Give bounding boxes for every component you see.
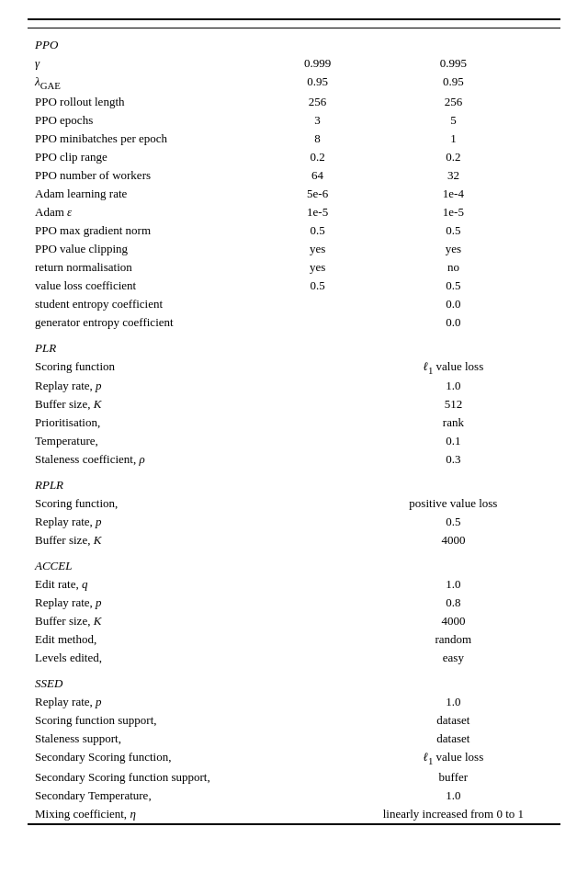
param-label: Buffer size, K bbox=[28, 612, 288, 630]
minigrid-value: rank bbox=[346, 413, 560, 432]
table-row: Temperature,0.1 bbox=[28, 432, 560, 450]
procgen-value: 0.5 bbox=[288, 221, 345, 240]
table-row: PPO minibatches per epoch81 bbox=[28, 130, 560, 148]
procgen-value: 0.2 bbox=[288, 148, 345, 166]
param-label: Scoring function support, bbox=[28, 711, 288, 730]
minigrid-value: 5 bbox=[346, 111, 560, 130]
param-label: Replay rate, p bbox=[28, 513, 288, 531]
minigrid-value: 512 bbox=[346, 395, 560, 413]
table-row: Replay rate, p1.0 bbox=[28, 693, 560, 711]
procgen-value bbox=[288, 357, 345, 378]
minigrid-value: 0.1 bbox=[346, 432, 560, 450]
minigrid-value: 1e-4 bbox=[346, 185, 560, 203]
table-row: Replay rate, p0.5 bbox=[28, 513, 560, 531]
procgen-value bbox=[288, 513, 345, 531]
param-label: PPO minibatches per epoch bbox=[28, 130, 288, 148]
procgen-value bbox=[288, 395, 345, 413]
minigrid-value: 0.8 bbox=[346, 594, 560, 612]
procgen-value bbox=[288, 450, 345, 469]
table-row: PPO rollout length256256 bbox=[28, 93, 560, 111]
param-label: Secondary Scoring function support, bbox=[28, 768, 288, 787]
procgen-value bbox=[288, 295, 345, 313]
param-label: Scoring function bbox=[28, 357, 288, 378]
procgen-value: yes bbox=[288, 258, 345, 277]
table-row: Buffer size, K4000 bbox=[28, 531, 560, 549]
minigrid-value: 0.995 bbox=[346, 54, 560, 73]
section-header-rplr: RPLR bbox=[28, 469, 560, 494]
header-parameter bbox=[28, 19, 288, 28]
param-label: generator entropy coefficient bbox=[28, 313, 288, 332]
param-label: Staleness coefficient, ρ bbox=[28, 450, 288, 469]
procgen-value bbox=[288, 711, 345, 730]
minigrid-value: 0.5 bbox=[346, 513, 560, 531]
table-row: student entropy coefficient0.0 bbox=[28, 295, 560, 313]
minigrid-value: dataset bbox=[346, 711, 560, 730]
minigrid-value: ℓ1 value loss bbox=[346, 748, 560, 768]
param-label: PPO max gradient norm bbox=[28, 221, 288, 240]
param-label: PPO epochs bbox=[28, 111, 288, 130]
minigrid-value: positive value loss bbox=[346, 494, 560, 513]
table-row: return normalisationyesno bbox=[28, 258, 560, 277]
param-label: return normalisation bbox=[28, 258, 288, 277]
table-row: value loss coefficient0.50.5 bbox=[28, 277, 560, 295]
table-row: Edit rate, q1.0 bbox=[28, 575, 560, 594]
minigrid-value: 256 bbox=[346, 93, 560, 111]
minigrid-value: 4000 bbox=[346, 531, 560, 549]
table-row: Scoring function support,dataset bbox=[28, 711, 560, 730]
minigrid-value: 1.0 bbox=[346, 787, 560, 805]
param-label: PPO rollout length bbox=[28, 93, 288, 111]
param-label: Secondary Scoring function, bbox=[28, 748, 288, 768]
param-label: value loss coefficient bbox=[28, 277, 288, 295]
procgen-value bbox=[288, 313, 345, 332]
procgen-value bbox=[288, 748, 345, 768]
procgen-value: 0.95 bbox=[288, 73, 345, 93]
table-row: Scoring functionℓ1 value loss bbox=[28, 357, 560, 378]
table-row: Edit method,random bbox=[28, 630, 560, 649]
procgen-value bbox=[288, 377, 345, 395]
section-header-ssed: SSED bbox=[28, 667, 560, 693]
header-minigrid bbox=[346, 19, 560, 28]
minigrid-value: 0.0 bbox=[346, 313, 560, 332]
procgen-value bbox=[288, 693, 345, 711]
section-header-ppo: PPO bbox=[28, 28, 560, 55]
minigrid-value: yes bbox=[346, 240, 560, 258]
procgen-value: 5e-6 bbox=[288, 185, 345, 203]
table-row: PPO number of workers6432 bbox=[28, 166, 560, 185]
procgen-value: 256 bbox=[288, 93, 345, 111]
table-row: Secondary Scoring function support,buffe… bbox=[28, 768, 560, 787]
param-label: Scoring function, bbox=[28, 494, 288, 513]
table-row: Mixing coefficient, ηlinearly increased … bbox=[28, 805, 560, 824]
minigrid-value: 0.95 bbox=[346, 73, 560, 93]
table-row: Scoring function,positive value loss bbox=[28, 494, 560, 513]
table-row: PPO value clippingyesyes bbox=[28, 240, 560, 258]
table-row: Buffer size, K512 bbox=[28, 395, 560, 413]
procgen-value bbox=[288, 594, 345, 612]
table-row: PPO max gradient norm0.50.5 bbox=[28, 221, 560, 240]
minigrid-value: dataset bbox=[346, 730, 560, 748]
param-label: Levels edited, bbox=[28, 649, 288, 667]
table-row: Secondary Temperature,1.0 bbox=[28, 787, 560, 805]
table-row: Staleness coefficient, ρ0.3 bbox=[28, 450, 560, 469]
param-label: PPO value clipping bbox=[28, 240, 288, 258]
procgen-value bbox=[288, 612, 345, 630]
param-label: Edit method, bbox=[28, 630, 288, 649]
minigrid-value: 0.5 bbox=[346, 277, 560, 295]
minigrid-value: 0.3 bbox=[346, 450, 560, 469]
procgen-value bbox=[288, 531, 345, 549]
param-label: Replay rate, p bbox=[28, 377, 288, 395]
table-row: Adam learning rate5e-61e-4 bbox=[28, 185, 560, 203]
param-label: student entropy coefficient bbox=[28, 295, 288, 313]
table-row: λGAE0.950.95 bbox=[28, 73, 560, 93]
procgen-value bbox=[288, 494, 345, 513]
param-label: PPO clip range bbox=[28, 148, 288, 166]
table-row: Replay rate, p1.0 bbox=[28, 377, 560, 395]
table-row: Staleness support,dataset bbox=[28, 730, 560, 748]
procgen-value: 3 bbox=[288, 111, 345, 130]
table-row: Levels edited,easy bbox=[28, 649, 560, 667]
param-label: PPO number of workers bbox=[28, 166, 288, 185]
param-label: Replay rate, p bbox=[28, 693, 288, 711]
param-label: Temperature, bbox=[28, 432, 288, 450]
procgen-value bbox=[288, 768, 345, 787]
table-row: Adam ε1e-51e-5 bbox=[28, 203, 560, 221]
procgen-value bbox=[288, 787, 345, 805]
